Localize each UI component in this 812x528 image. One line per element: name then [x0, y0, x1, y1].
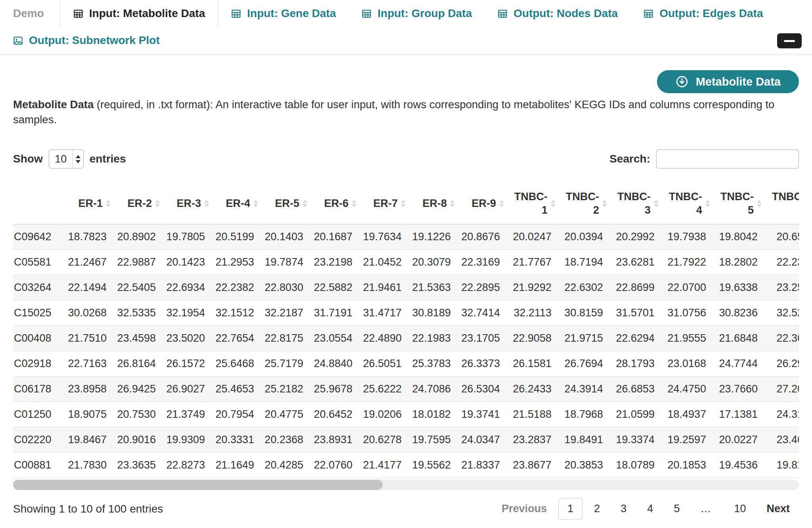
- download-icon: [675, 75, 689, 88]
- tab-input-metabolite-data[interactable]: Input: Metabolite Data: [60, 0, 218, 27]
- cell: 23.8931: [310, 427, 360, 453]
- column-label: TNBC-4: [666, 190, 702, 217]
- page-1[interactable]: 1: [558, 498, 582, 520]
- column-header-er-6[interactable]: ER-6: [310, 183, 360, 224]
- collapse-navbar-button[interactable]: [777, 33, 802, 48]
- cell: 26.5304: [458, 377, 507, 402]
- cell: 23.4598: [114, 326, 163, 351]
- tab-output-edges-data[interactable]: Output: Edges Data: [630, 0, 776, 27]
- cell: 21.5188: [507, 402, 559, 427]
- page-2[interactable]: 2: [585, 498, 609, 520]
- column-label: ER-2: [127, 197, 152, 210]
- cell: 24.4750: [662, 377, 713, 402]
- minus-icon: [784, 40, 795, 42]
- cell: 19.0206: [360, 402, 409, 427]
- cell: 20.3079: [409, 250, 458, 275]
- horizontal-scrollbar[interactable]: [13, 480, 799, 490]
- column-header-er-4[interactable]: ER-4: [212, 183, 261, 224]
- column-header-er-7[interactable]: ER-7: [360, 183, 409, 224]
- cell: 20.4775: [261, 402, 310, 427]
- cell: 28.1793: [610, 351, 662, 377]
- search-control: Search:: [609, 149, 799, 168]
- sort-icon: [303, 200, 307, 207]
- row-name: C06178: [13, 377, 65, 402]
- cell: 19.8042: [713, 224, 765, 250]
- cell: 19.7874: [261, 250, 310, 275]
- column-header-er-9[interactable]: ER-9: [458, 183, 507, 224]
- cell: 21.7767: [507, 250, 559, 275]
- column-header-er-1[interactable]: ER-1: [65, 183, 114, 224]
- cell: 20.8902: [114, 224, 163, 250]
- column-header-tnbc-1[interactable]: TNBC-1: [507, 183, 559, 224]
- cell: 21.2953: [212, 250, 261, 275]
- page-length-select[interactable]: 10: [49, 149, 84, 168]
- row-name: C03264: [13, 275, 65, 300]
- cell: 32.526: [765, 300, 799, 326]
- sort-icon: [155, 200, 160, 207]
- table-header-row: ER-1ER-2ER-3ER-4ER-5ER-6ER-7ER-8ER-9TNBC…: [13, 183, 799, 224]
- cell: 19.4536: [713, 453, 765, 478]
- page-5[interactable]: 5: [665, 498, 689, 520]
- cell: 24.0347: [458, 427, 507, 453]
- tab-label: Output: Nodes Data: [513, 7, 618, 20]
- column-label: TNBC-6: [769, 190, 799, 217]
- column-header-tnbc-2[interactable]: TNBC-2: [559, 183, 610, 224]
- cell: 19.8467: [65, 427, 114, 453]
- cell: 27.206: [765, 377, 799, 402]
- page-3[interactable]: 3: [611, 498, 636, 520]
- download-metabolite-data-button[interactable]: Metabolite Data: [657, 70, 799, 93]
- column-header-tnbc-6[interactable]: TNBC-6: [765, 183, 799, 224]
- navbar-brand: Demo: [0, 0, 60, 27]
- cell: 22.9887: [114, 250, 163, 275]
- cell: 19.1226: [409, 224, 458, 250]
- cell: 21.4177: [360, 453, 409, 478]
- column-header-er-3[interactable]: ER-3: [163, 183, 212, 224]
- sort-icon: [602, 200, 607, 207]
- cell: 20.0227: [713, 427, 765, 453]
- cell: 19.5562: [409, 453, 458, 478]
- row-name: C00881: [13, 453, 65, 478]
- cell: 20.4285: [261, 453, 310, 478]
- page-4[interactable]: 4: [638, 498, 662, 520]
- column-header-tnbc-5[interactable]: TNBC-5: [713, 183, 765, 224]
- column-header-er-2[interactable]: ER-2: [114, 183, 163, 224]
- cell: 18.0182: [409, 402, 458, 427]
- cell: 21.9292: [507, 275, 559, 300]
- download-button-label: Metabolite Data: [696, 75, 781, 88]
- cell: 21.5363: [409, 275, 458, 300]
- cell: 23.0554: [310, 326, 360, 351]
- table-icon: [497, 8, 508, 19]
- table-controls: Show 10 entries Search:: [13, 149, 799, 168]
- sort-icon: [450, 200, 455, 207]
- row-name-column-header[interactable]: [13, 183, 65, 224]
- row-name: C09642: [13, 224, 65, 250]
- cell: 19.818: [765, 453, 799, 478]
- tab-input-gene-data[interactable]: Input: Gene Data: [218, 0, 349, 27]
- page-10[interactable]: 10: [725, 498, 755, 520]
- search-input[interactable]: [656, 149, 799, 168]
- cell: 31.0756: [662, 300, 713, 326]
- column-header-tnbc-3[interactable]: TNBC-3: [610, 183, 662, 224]
- cell: 20.8676: [458, 224, 507, 250]
- cell: 19.3374: [610, 427, 662, 453]
- cell: 30.8189: [409, 300, 458, 326]
- cell: 20.2368: [261, 427, 310, 453]
- page-next[interactable]: Next: [757, 498, 799, 520]
- cell: 32.1954: [163, 300, 212, 326]
- column-header-er-8[interactable]: ER-8: [409, 183, 458, 224]
- cell: 25.4653: [212, 377, 261, 402]
- cell: 25.7179: [261, 351, 310, 377]
- column-header-tnbc-4[interactable]: TNBC-4: [662, 183, 713, 224]
- scrollbar-thumb[interactable]: [13, 480, 383, 490]
- tab-input-group-data[interactable]: Input: Group Data: [349, 0, 485, 27]
- tab-output-nodes-data[interactable]: Output: Nodes Data: [485, 0, 630, 27]
- tab-label: Demo: [13, 7, 44, 20]
- show-label: Show: [13, 153, 43, 165]
- table-icon: [73, 8, 84, 19]
- cell: 23.2198: [310, 250, 360, 275]
- description: Metabolite Data (required, in .txt forma…: [13, 97, 799, 127]
- tab-output-subnetwork-plot[interactable]: Output: Subnetwork Plot: [0, 27, 172, 54]
- column-header-er-5[interactable]: ER-5: [261, 183, 310, 224]
- cell: 21.9555: [662, 326, 713, 351]
- cell: 22.8030: [261, 275, 310, 300]
